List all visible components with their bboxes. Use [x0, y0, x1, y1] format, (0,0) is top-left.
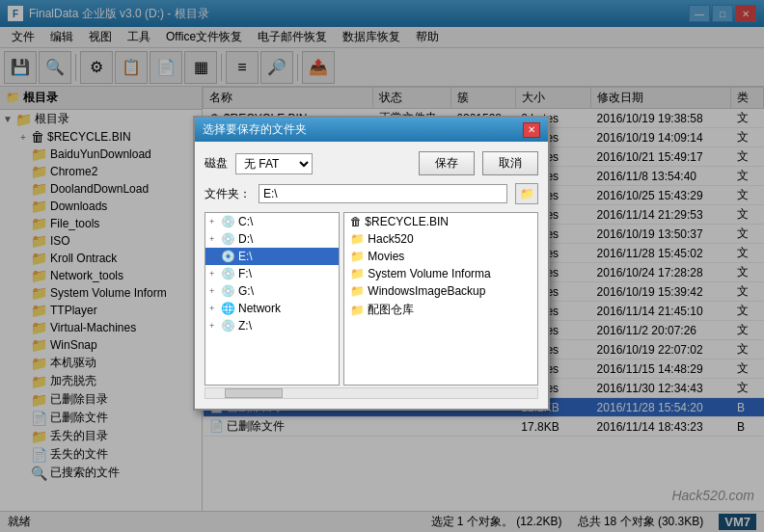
drive-label: Z:\ [238, 319, 252, 332]
scrollbar-thumb[interactable] [225, 388, 283, 398]
disk-row: 磁盘 无 FAT 保存 取消 [205, 151, 538, 175]
dialog-close-button[interactable]: ✕ [523, 122, 540, 138]
drive-label: F:\ [238, 267, 252, 280]
disk-select[interactable]: 无 FAT [235, 153, 313, 174]
expand-icon: + [209, 234, 221, 244]
folder-input[interactable] [259, 184, 507, 203]
file-label: System Volume Informa [368, 267, 490, 280]
file-icon: 🗑 [350, 215, 362, 228]
drive-label: G:\ [238, 284, 254, 298]
file-label: 配图仓库 [368, 302, 414, 318]
folder-icon: 📁 [350, 304, 365, 317]
drive-c[interactable]: + 💿 C:\ [205, 213, 339, 230]
drive-d[interactable]: + 💿 D:\ [205, 230, 339, 248]
folder-icon: 📁 [350, 267, 365, 280]
file-item-movies[interactable]: 📁 Movies [344, 248, 537, 265]
expand-icon: + [209, 269, 221, 279]
drive-z[interactable]: + 💿 Z:\ [205, 317, 339, 334]
drive-label: D:\ [238, 232, 253, 246]
disk-label: 磁盘 [205, 155, 228, 172]
expand-icon: - [209, 252, 221, 261]
folder-icon: 📁 [350, 284, 365, 298]
browse-button[interactable]: 📁 [515, 183, 538, 204]
drive-icon: 💿 [221, 232, 235, 246]
folder-label: 文件夹： [205, 186, 251, 202]
folder-icon: 📁 [350, 232, 365, 246]
drive-g[interactable]: + 💿 G:\ [205, 282, 339, 300]
drive-label: C:\ [238, 215, 253, 228]
file-item-recycle[interactable]: 🗑 $RECYCLE.BIN [344, 213, 537, 230]
dialog-title-bar: 选择要保存的文件夹 ✕ [195, 118, 548, 142]
drive-e[interactable]: - 💿 E:\ [205, 248, 339, 265]
drive-tree: + 💿 C:\ + 💿 D:\ - 💿 E:\ [205, 212, 340, 386]
horizontal-scrollbar[interactable] [205, 387, 538, 399]
drive-network[interactable]: + 🌐 Network [205, 300, 339, 317]
drive-icon: 💿 [221, 215, 235, 228]
file-item-sysvolume[interactable]: 📁 System Volume Informa [344, 265, 537, 282]
file-item-hack520[interactable]: 📁 Hack520 [344, 230, 537, 248]
file-item-peichu[interactable]: 📁 配图仓库 [344, 300, 537, 320]
folder-icon: 📁 [350, 250, 365, 263]
folder-row: 文件夹： 📁 [205, 183, 538, 204]
save-folder-dialog: 选择要保存的文件夹 ✕ 磁盘 无 FAT 保存 取消 文件夹： 📁 [193, 116, 550, 411]
file-label: Hack520 [368, 232, 413, 246]
dialog-content-area: + 💿 C:\ + 💿 D:\ - 💿 E:\ [205, 212, 538, 386]
dialog-body: 磁盘 无 FAT 保存 取消 文件夹： 📁 + 💿 C:\ [195, 142, 548, 409]
drive-icon: 💿 [221, 250, 235, 263]
file-label: $RECYCLE.BIN [365, 215, 449, 228]
drive-icon: 💿 [221, 284, 235, 298]
network-icon: 🌐 [221, 302, 235, 315]
drive-label: E:\ [238, 250, 253, 263]
cancel-button[interactable]: 取消 [482, 151, 538, 175]
drive-f[interactable]: + 💿 F:\ [205, 265, 339, 282]
file-label: WindowsImageBackup [368, 284, 485, 298]
folder-contents: 🗑 $RECYCLE.BIN 📁 Hack520 📁 Movies 📁 Syst… [343, 212, 538, 386]
drive-label: Network [238, 302, 281, 315]
expand-icon: + [209, 321, 221, 331]
file-label: Movies [368, 250, 404, 263]
expand-icon: + [209, 304, 221, 313]
expand-icon: + [209, 286, 221, 296]
save-button[interactable]: 保存 [419, 151, 475, 175]
dialog-title-text: 选择要保存的文件夹 [203, 121, 307, 138]
file-item-wib[interactable]: 📁 WindowsImageBackup [344, 282, 537, 300]
expand-icon: + [209, 217, 221, 226]
drive-icon: 💿 [221, 267, 235, 280]
drive-icon: 💿 [221, 319, 235, 332]
